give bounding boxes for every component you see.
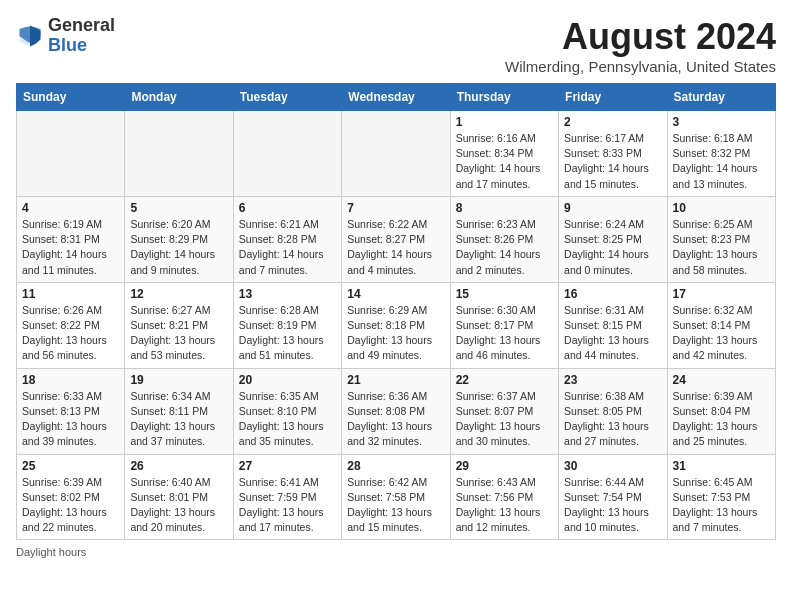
day-number: 29: [456, 459, 553, 473]
day-info: Sunrise: 6:36 AMSunset: 8:08 PMDaylight:…: [347, 389, 444, 450]
day-info: Sunrise: 6:44 AMSunset: 7:54 PMDaylight:…: [564, 475, 661, 536]
day-info: Sunrise: 6:17 AMSunset: 8:33 PMDaylight:…: [564, 131, 661, 192]
calendar-cell: 13Sunrise: 6:28 AMSunset: 8:19 PMDayligh…: [233, 282, 341, 368]
calendar-cell: 12Sunrise: 6:27 AMSunset: 8:21 PMDayligh…: [125, 282, 233, 368]
calendar-cell: 19Sunrise: 6:34 AMSunset: 8:11 PMDayligh…: [125, 368, 233, 454]
day-info: Sunrise: 6:41 AMSunset: 7:59 PMDaylight:…: [239, 475, 336, 536]
day-info: Sunrise: 6:39 AMSunset: 8:04 PMDaylight:…: [673, 389, 770, 450]
logo: General Blue: [16, 16, 115, 56]
calendar-cell: 7Sunrise: 6:22 AMSunset: 8:27 PMDaylight…: [342, 196, 450, 282]
day-number: 25: [22, 459, 119, 473]
day-number: 22: [456, 373, 553, 387]
calendar-week-row: 18Sunrise: 6:33 AMSunset: 8:13 PMDayligh…: [17, 368, 776, 454]
calendar-cell: 29Sunrise: 6:43 AMSunset: 7:56 PMDayligh…: [450, 454, 558, 540]
day-number: 1: [456, 115, 553, 129]
calendar-cell: 4Sunrise: 6:19 AMSunset: 8:31 PMDaylight…: [17, 196, 125, 282]
calendar-cell: 16Sunrise: 6:31 AMSunset: 8:15 PMDayligh…: [559, 282, 667, 368]
header-day-wednesday: Wednesday: [342, 84, 450, 111]
day-number: 16: [564, 287, 661, 301]
day-number: 21: [347, 373, 444, 387]
calendar-cell: [125, 111, 233, 197]
calendar-cell: 22Sunrise: 6:37 AMSunset: 8:07 PMDayligh…: [450, 368, 558, 454]
daylight-note: Daylight hours: [16, 546, 776, 558]
header-day-thursday: Thursday: [450, 84, 558, 111]
header-day-saturday: Saturday: [667, 84, 775, 111]
calendar-table: SundayMondayTuesdayWednesdayThursdayFrid…: [16, 83, 776, 540]
day-info: Sunrise: 6:35 AMSunset: 8:10 PMDaylight:…: [239, 389, 336, 450]
calendar-cell: 31Sunrise: 6:45 AMSunset: 7:53 PMDayligh…: [667, 454, 775, 540]
day-number: 13: [239, 287, 336, 301]
day-info: Sunrise: 6:29 AMSunset: 8:18 PMDaylight:…: [347, 303, 444, 364]
calendar-cell: 28Sunrise: 6:42 AMSunset: 7:58 PMDayligh…: [342, 454, 450, 540]
calendar-cell: 17Sunrise: 6:32 AMSunset: 8:14 PMDayligh…: [667, 282, 775, 368]
day-number: 30: [564, 459, 661, 473]
day-number: 10: [673, 201, 770, 215]
day-info: Sunrise: 6:43 AMSunset: 7:56 PMDaylight:…: [456, 475, 553, 536]
logo-icon: [16, 22, 44, 50]
header-day-tuesday: Tuesday: [233, 84, 341, 111]
logo-text: General Blue: [48, 16, 115, 56]
day-info: Sunrise: 6:40 AMSunset: 8:01 PMDaylight:…: [130, 475, 227, 536]
day-info: Sunrise: 6:32 AMSunset: 8:14 PMDaylight:…: [673, 303, 770, 364]
day-info: Sunrise: 6:23 AMSunset: 8:26 PMDaylight:…: [456, 217, 553, 278]
day-info: Sunrise: 6:25 AMSunset: 8:23 PMDaylight:…: [673, 217, 770, 278]
location: Wilmerding, Pennsylvania, United States: [505, 58, 776, 75]
calendar-cell: 27Sunrise: 6:41 AMSunset: 7:59 PMDayligh…: [233, 454, 341, 540]
day-number: 31: [673, 459, 770, 473]
calendar-cell: 26Sunrise: 6:40 AMSunset: 8:01 PMDayligh…: [125, 454, 233, 540]
calendar-cell: 3Sunrise: 6:18 AMSunset: 8:32 PMDaylight…: [667, 111, 775, 197]
calendar-cell: 23Sunrise: 6:38 AMSunset: 8:05 PMDayligh…: [559, 368, 667, 454]
day-number: 14: [347, 287, 444, 301]
calendar-cell: [17, 111, 125, 197]
day-number: 23: [564, 373, 661, 387]
calendar-cell: 6Sunrise: 6:21 AMSunset: 8:28 PMDaylight…: [233, 196, 341, 282]
day-number: 27: [239, 459, 336, 473]
day-info: Sunrise: 6:26 AMSunset: 8:22 PMDaylight:…: [22, 303, 119, 364]
calendar-cell: 2Sunrise: 6:17 AMSunset: 8:33 PMDaylight…: [559, 111, 667, 197]
day-info: Sunrise: 6:18 AMSunset: 8:32 PMDaylight:…: [673, 131, 770, 192]
day-number: 6: [239, 201, 336, 215]
header-day-friday: Friday: [559, 84, 667, 111]
day-info: Sunrise: 6:45 AMSunset: 7:53 PMDaylight:…: [673, 475, 770, 536]
day-number: 5: [130, 201, 227, 215]
day-number: 11: [22, 287, 119, 301]
day-number: 28: [347, 459, 444, 473]
day-info: Sunrise: 6:20 AMSunset: 8:29 PMDaylight:…: [130, 217, 227, 278]
day-number: 2: [564, 115, 661, 129]
calendar-cell: 30Sunrise: 6:44 AMSunset: 7:54 PMDayligh…: [559, 454, 667, 540]
calendar-week-row: 11Sunrise: 6:26 AMSunset: 8:22 PMDayligh…: [17, 282, 776, 368]
calendar-cell: 11Sunrise: 6:26 AMSunset: 8:22 PMDayligh…: [17, 282, 125, 368]
day-info: Sunrise: 6:30 AMSunset: 8:17 PMDaylight:…: [456, 303, 553, 364]
calendar-cell: 1Sunrise: 6:16 AMSunset: 8:34 PMDaylight…: [450, 111, 558, 197]
page-header: General Blue August 2024 Wilmerding, Pen…: [16, 16, 776, 75]
calendar-week-row: 1Sunrise: 6:16 AMSunset: 8:34 PMDaylight…: [17, 111, 776, 197]
day-info: Sunrise: 6:21 AMSunset: 8:28 PMDaylight:…: [239, 217, 336, 278]
calendar-cell: [233, 111, 341, 197]
calendar-cell: 10Sunrise: 6:25 AMSunset: 8:23 PMDayligh…: [667, 196, 775, 282]
calendar-cell: 15Sunrise: 6:30 AMSunset: 8:17 PMDayligh…: [450, 282, 558, 368]
day-info: Sunrise: 6:19 AMSunset: 8:31 PMDaylight:…: [22, 217, 119, 278]
day-number: 26: [130, 459, 227, 473]
day-number: 18: [22, 373, 119, 387]
day-number: 15: [456, 287, 553, 301]
calendar-week-row: 4Sunrise: 6:19 AMSunset: 8:31 PMDaylight…: [17, 196, 776, 282]
calendar-header-row: SundayMondayTuesdayWednesdayThursdayFrid…: [17, 84, 776, 111]
calendar-cell: 25Sunrise: 6:39 AMSunset: 8:02 PMDayligh…: [17, 454, 125, 540]
month-year: August 2024: [505, 16, 776, 58]
calendar-cell: 14Sunrise: 6:29 AMSunset: 8:18 PMDayligh…: [342, 282, 450, 368]
day-number: 20: [239, 373, 336, 387]
calendar-cell: 20Sunrise: 6:35 AMSunset: 8:10 PMDayligh…: [233, 368, 341, 454]
day-number: 4: [22, 201, 119, 215]
calendar-cell: 21Sunrise: 6:36 AMSunset: 8:08 PMDayligh…: [342, 368, 450, 454]
day-info: Sunrise: 6:37 AMSunset: 8:07 PMDaylight:…: [456, 389, 553, 450]
day-number: 9: [564, 201, 661, 215]
day-info: Sunrise: 6:16 AMSunset: 8:34 PMDaylight:…: [456, 131, 553, 192]
day-info: Sunrise: 6:38 AMSunset: 8:05 PMDaylight:…: [564, 389, 661, 450]
header-day-sunday: Sunday: [17, 84, 125, 111]
day-number: 17: [673, 287, 770, 301]
day-info: Sunrise: 6:34 AMSunset: 8:11 PMDaylight:…: [130, 389, 227, 450]
calendar-cell: 24Sunrise: 6:39 AMSunset: 8:04 PMDayligh…: [667, 368, 775, 454]
day-info: Sunrise: 6:22 AMSunset: 8:27 PMDaylight:…: [347, 217, 444, 278]
header-day-monday: Monday: [125, 84, 233, 111]
day-info: Sunrise: 6:28 AMSunset: 8:19 PMDaylight:…: [239, 303, 336, 364]
